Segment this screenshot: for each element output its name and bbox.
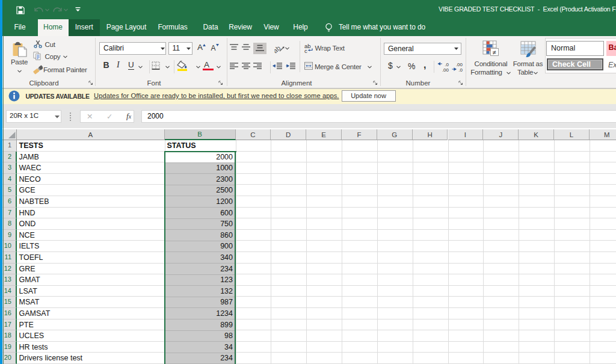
svg-text:.0: .0 [445, 62, 449, 67]
svg-text:.00: .00 [442, 67, 449, 72]
svg-text:c: c [304, 47, 307, 53]
svg-text:ab: ab [274, 44, 282, 54]
svg-text:≠: ≠ [493, 48, 496, 55]
